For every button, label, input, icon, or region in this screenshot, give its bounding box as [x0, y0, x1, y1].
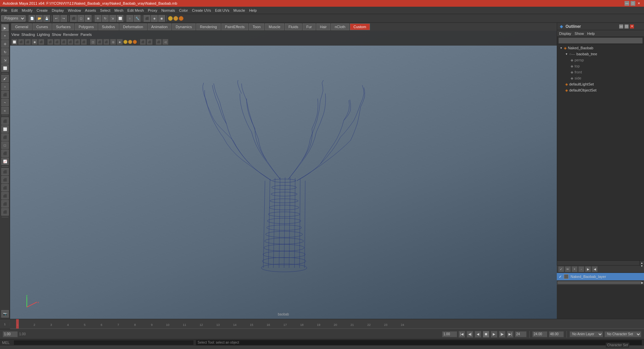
- select-btn[interactable]: ⬛: [70, 15, 77, 22]
- paint-btn[interactable]: 🖌: [1, 75, 9, 82]
- extra6-btn[interactable]: ⬛: [1, 208, 9, 216]
- vp-light1[interactable]: [123, 40, 127, 44]
- outliner-menu-help[interactable]: Help: [587, 32, 595, 36]
- menu-modify[interactable]: Modify: [22, 8, 33, 12]
- lasso-btn[interactable]: ◻: [77, 15, 84, 22]
- vp-icon13[interactable]: ⬛: [97, 39, 103, 45]
- total-frames-input[interactable]: [549, 331, 564, 337]
- menu-edit[interactable]: Edit: [11, 8, 18, 12]
- vp-icon4[interactable]: ◉: [32, 39, 38, 45]
- viewport-menu-show[interactable]: Show: [52, 33, 61, 37]
- camera-btn[interactable]: 📷: [1, 310, 9, 317]
- tab-toon[interactable]: Toon: [249, 23, 264, 30]
- vp-icon5[interactable]: ⬛: [38, 39, 44, 45]
- scroll-up-btn[interactable]: ▲: [641, 261, 643, 265]
- viewport[interactable]: View Shading Lighting Show Renderer Pane…: [10, 31, 557, 319]
- outliner-item-persp[interactable]: ◈ persp: [557, 57, 644, 63]
- scroll-down-btn[interactable]: ▼: [641, 265, 643, 268]
- save-btn[interactable]: 💾: [43, 15, 50, 22]
- sculpt-btn[interactable]: ○: [1, 83, 9, 90]
- uv-btn[interactable]: □: [1, 141, 9, 149]
- tab-hair[interactable]: Hair: [316, 23, 330, 30]
- layer-btn5[interactable]: ▶: [585, 266, 591, 272]
- tab-animation[interactable]: Animation: [148, 23, 171, 30]
- menu-assets[interactable]: Assets: [85, 8, 96, 12]
- transform-btn[interactable]: ⬜: [117, 15, 123, 22]
- menu-normals[interactable]: Normals: [161, 8, 175, 12]
- layer-btn4[interactable]: -: [578, 266, 584, 272]
- menu-edit-uvs[interactable]: Edit UVs: [215, 8, 229, 12]
- mel-input-field[interactable]: [13, 340, 194, 345]
- ipr-btn[interactable]: ◉: [158, 15, 165, 22]
- vp-icon14[interactable]: ⬛: [103, 39, 109, 45]
- viewport-menu-shading[interactable]: Shading: [21, 33, 35, 37]
- menu-select[interactable]: Select: [100, 8, 110, 12]
- extra2-btn[interactable]: ⬛: [1, 176, 9, 183]
- vp-light3[interactable]: [133, 40, 137, 44]
- maximize-button[interactable]: □: [631, 1, 635, 6]
- vp-icon6[interactable]: ⬛: [47, 39, 53, 45]
- outliner-item-default-light-set[interactable]: ◈ defaultLightSet: [557, 81, 644, 87]
- move-btn[interactable]: ✛: [95, 15, 101, 22]
- open-btn[interactable]: 📂: [36, 15, 43, 22]
- menu-muscle[interactable]: Muscle: [233, 8, 245, 12]
- close-button[interactable]: ✕: [637, 1, 641, 6]
- outliner-item-side[interactable]: ◈ side: [557, 75, 644, 81]
- tab-subdivs[interactable]: Subdivs: [98, 23, 119, 30]
- history-btn[interactable]: ⬛: [144, 15, 150, 22]
- scale-tool-btn[interactable]: ⇲: [1, 56, 9, 64]
- outliner-item-front[interactable]: ◈ front: [557, 69, 644, 75]
- menu-window[interactable]: Window: [68, 8, 81, 12]
- tab-general[interactable]: General: [11, 23, 32, 30]
- layer-item[interactable]: ✓ Naked_Baobab_layer: [557, 273, 644, 280]
- render-view-btn[interactable]: ⬜: [1, 125, 9, 133]
- menu-create-uvs[interactable]: Create UVs: [192, 8, 211, 12]
- menu-proxy[interactable]: Proxy: [148, 8, 157, 12]
- tab-painteffects[interactable]: PaintEffects: [221, 23, 249, 30]
- outliner-item-top[interactable]: ◈ top: [557, 63, 644, 69]
- layer-btn[interactable]: ⬛: [1, 117, 9, 125]
- viewport-menu-view[interactable]: View: [11, 33, 19, 37]
- play-back-btn[interactable]: ◀: [475, 331, 481, 338]
- graph-editor-btn[interactable]: 📈: [1, 158, 9, 165]
- menu-help[interactable]: Help: [249, 8, 257, 12]
- vp-icon9[interactable]: ⬛: [67, 39, 73, 45]
- menu-mesh[interactable]: Mesh: [114, 8, 123, 12]
- tab-rendering[interactable]: Rendering: [196, 23, 221, 30]
- tab-polygons[interactable]: Polygons: [75, 23, 97, 30]
- extra5-btn[interactable]: ⬛: [1, 200, 9, 208]
- tab-fur[interactable]: Fur: [303, 23, 316, 30]
- outliner-scrollbar[interactable]: ▲ ▼: [557, 260, 644, 265]
- vp-icon15[interactable]: ◎: [110, 39, 116, 45]
- vp-icon7[interactable]: ⬛: [54, 39, 60, 45]
- transform-tool-btn[interactable]: ⬜: [1, 64, 9, 72]
- soft-mod-btn[interactable]: ○: [126, 15, 133, 22]
- outliner-close-btn[interactable]: ✕: [630, 24, 634, 28]
- vp-icon11[interactable]: ⬛: [81, 39, 87, 45]
- vp-icon16[interactable]: ◈: [117, 39, 123, 45]
- vp-icon1[interactable]: ⬜: [11, 39, 17, 45]
- menu-display[interactable]: Display: [52, 8, 64, 12]
- rotate-tool-btn[interactable]: ↻: [1, 48, 9, 56]
- tab-muscle[interactable]: Muscle: [265, 23, 284, 30]
- undo-btn[interactable]: ↩: [53, 15, 60, 22]
- vp-icon2[interactable]: ⬛: [18, 39, 24, 45]
- tab-custom[interactable]: Custom: [350, 23, 370, 30]
- light1-btn[interactable]: [168, 16, 173, 21]
- outliner-menu-show[interactable]: Show: [575, 32, 584, 36]
- step-forward-btn[interactable]: |▶: [499, 331, 505, 338]
- new-scene-btn[interactable]: 📄: [29, 15, 35, 22]
- anim-layer-select[interactable]: No Anim Layer: [570, 331, 603, 337]
- hypershade-btn[interactable]: ⬛: [1, 133, 9, 141]
- vp-icon20[interactable]: ◁: [162, 39, 168, 45]
- hair-btn[interactable]: ~: [1, 99, 9, 106]
- vp-icon10[interactable]: ⬛: [74, 39, 80, 45]
- extra3-btn[interactable]: ⬛: [1, 184, 9, 191]
- extra4-btn[interactable]: ⬛: [1, 192, 9, 199]
- play-stop-btn[interactable]: ⏹: [483, 331, 489, 338]
- lasso-tool-btn[interactable]: ⌖: [1, 32, 9, 40]
- viewport-menu-panels[interactable]: Panels: [80, 33, 92, 37]
- range-start-input[interactable]: [442, 331, 457, 337]
- layer-btn2[interactable]: ✏: [565, 266, 571, 272]
- range-end-input[interactable]: [515, 331, 527, 337]
